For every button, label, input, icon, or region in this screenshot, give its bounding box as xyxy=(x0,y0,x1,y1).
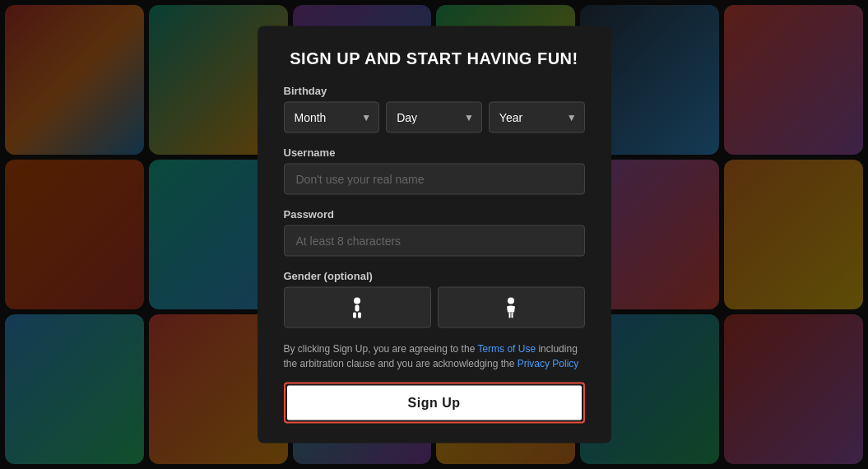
terms-prefix: By clicking Sign Up, you are agreeing to… xyxy=(284,343,478,355)
terms-of-use-link[interactable]: Terms of Use xyxy=(477,343,536,355)
year-select-wrapper: Year ▼ xyxy=(489,102,585,133)
female-icon xyxy=(501,296,521,319)
birthday-label: Birthday xyxy=(284,85,585,97)
svg-rect-3 xyxy=(358,313,361,318)
privacy-policy-link[interactable]: Privacy Policy xyxy=(518,358,579,369)
svg-point-4 xyxy=(508,298,514,304)
gender-field-group: Gender (optional) xyxy=(284,270,585,328)
password-input[interactable] xyxy=(284,225,585,257)
gender-male-button[interactable] xyxy=(284,287,431,328)
male-icon xyxy=(347,296,367,319)
svg-rect-6 xyxy=(512,313,513,318)
svg-rect-2 xyxy=(353,313,356,318)
password-field-group: Password xyxy=(284,208,585,257)
signup-button-wrapper: Sign Up xyxy=(284,383,585,424)
gender-female-button[interactable] xyxy=(438,287,585,328)
day-select-wrapper: Day ▼ xyxy=(386,102,482,133)
svg-rect-1 xyxy=(355,305,360,312)
modal-title: SIGN UP AND START HAVING FUN! xyxy=(284,49,585,68)
signup-modal: SIGN UP AND START HAVING FUN! Birthday M… xyxy=(258,26,611,443)
username-field-group: Username xyxy=(284,146,585,195)
birthday-field-group: Birthday Month January February March Ap… xyxy=(284,85,585,133)
terms-text: By clicking Sign Up, you are agreeing to… xyxy=(284,341,585,371)
signup-button[interactable]: Sign Up xyxy=(287,386,582,420)
day-select[interactable]: Day xyxy=(386,102,482,133)
svg-point-0 xyxy=(354,298,360,304)
month-select-wrapper: Month January February March April May J… xyxy=(284,102,380,133)
gender-row xyxy=(284,287,585,328)
year-select[interactable]: Year xyxy=(489,102,585,133)
gender-label: Gender (optional) xyxy=(284,270,585,282)
username-input[interactable] xyxy=(284,164,585,195)
password-label: Password xyxy=(284,208,585,221)
username-label: Username xyxy=(284,146,585,159)
svg-rect-5 xyxy=(509,313,511,318)
birthday-row: Month January February March April May J… xyxy=(284,102,585,133)
month-select[interactable]: Month January February March April May J… xyxy=(284,102,380,133)
